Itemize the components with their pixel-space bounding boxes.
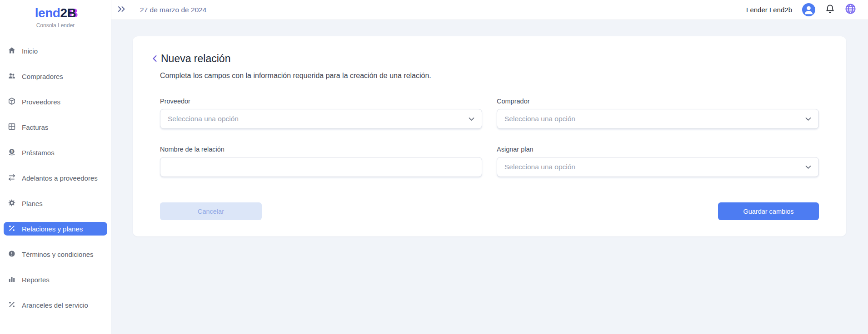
- package-icon: [8, 97, 16, 107]
- sidebar-item-proveedores[interactable]: Proveedores: [4, 95, 107, 108]
- new-relation-card: Nueva relación Completa los campos con l…: [133, 36, 846, 236]
- chevron-left-icon: [152, 54, 157, 64]
- comprador-label: Comprador: [497, 98, 819, 105]
- app-window: lend2B Consola Lender Inicio Compradores: [0, 0, 868, 334]
- current-date: 27 de marzo de 2024: [140, 6, 207, 14]
- sidebar-item-label: Préstamos: [22, 149, 55, 157]
- comprador-select[interactable]: Selecciona una opción: [497, 109, 819, 129]
- sidebar-item-reportes[interactable]: Reportes: [4, 273, 107, 286]
- field-nombre-relacion: Nombre de la relación: [160, 146, 482, 177]
- field-proveedor: Proveedor Selecciona una opción: [160, 98, 482, 129]
- asignar-plan-placeholder: Selecciona una opción: [504, 163, 575, 171]
- proveedor-label: Proveedor: [160, 98, 482, 105]
- comprador-placeholder: Selecciona una opción: [504, 115, 575, 123]
- double-chevron-right-icon: [117, 5, 126, 15]
- sidebar-item-label: Aranceles del servicio: [22, 301, 88, 309]
- save-button[interactable]: Guardar cambios: [718, 202, 819, 220]
- sidebar-item-label: Inicio: [22, 47, 38, 55]
- home-icon: [8, 46, 16, 56]
- page-title: Nueva relación: [161, 53, 230, 65]
- percent-icon: [8, 300, 16, 310]
- nombre-relacion-label: Nombre de la relación: [160, 146, 482, 153]
- asignar-plan-select[interactable]: Selecciona una opción: [497, 157, 819, 177]
- sidebar-item-adelantos[interactable]: Adelantos a proveedores: [4, 171, 107, 185]
- swap-arrows-icon: [8, 173, 16, 183]
- sidebar: lend2B Consola Lender Inicio Compradores: [0, 0, 111, 334]
- back-button[interactable]: [152, 54, 157, 64]
- sidebar-item-relaciones-y-planes[interactable]: Relaciones y planes: [4, 222, 107, 236]
- table-icon: [8, 123, 16, 132]
- sidebar-expand-button[interactable]: [117, 5, 126, 15]
- user-name: Lender Lend2b: [746, 6, 792, 14]
- sidebar-item-inicio[interactable]: Inicio: [4, 44, 107, 58]
- sidebar-item-label: Facturas: [22, 123, 48, 131]
- sidebar-item-facturas[interactable]: Facturas: [4, 120, 107, 134]
- cancel-button[interactable]: Cancelar: [160, 202, 262, 220]
- bell-icon: [825, 4, 835, 16]
- sidebar-item-label: Planes: [22, 200, 43, 207]
- sidebar-item-terminos[interactable]: Términos y condiciones: [4, 247, 107, 261]
- topbar-right-group: Lender Lend2b: [746, 3, 856, 16]
- sidebar-item-compradores[interactable]: Compradores: [4, 69, 107, 83]
- relation-name-input[interactable]: [160, 157, 482, 177]
- sidebar-item-label: Términos y condiciones: [22, 250, 94, 258]
- page-subtitle: Completa los campos con la información r…: [160, 72, 819, 80]
- sidebar-item-aranceles[interactable]: Aranceles del servicio: [4, 298, 107, 312]
- logo-text-b: B: [67, 6, 76, 20]
- chevron-down-icon: [469, 115, 474, 123]
- console-subtitle: Consola Lender: [0, 22, 111, 29]
- logo-text-2: 2: [60, 6, 67, 20]
- people-icon: [8, 72, 16, 81]
- sidebar-item-label: Relaciones y planes: [22, 225, 83, 233]
- main-area: Nueva relación Completa los campos con l…: [111, 20, 868, 334]
- sidebar-item-prestamos[interactable]: $ Préstamos: [4, 146, 107, 159]
- sidebar-item-label: Proveedores: [22, 98, 60, 106]
- chevron-down-icon: [805, 163, 811, 171]
- relation-form: Proveedor Selecciona una opción Comprado…: [160, 98, 819, 177]
- content-column: 27 de marzo de 2024 Lender Lend2b: [111, 0, 868, 334]
- notifications-button[interactable]: [825, 4, 835, 16]
- exclamation-circle-icon: [8, 250, 16, 259]
- chevron-down-icon: [805, 115, 811, 123]
- proveedor-select[interactable]: Selecciona una opción: [160, 109, 482, 129]
- bar-chart-icon: [8, 275, 16, 285]
- globe-icon: [845, 3, 856, 16]
- sidebar-item-label: Adelantos a proveedores: [22, 174, 98, 182]
- avatar[interactable]: [802, 3, 815, 16]
- proveedor-placeholder: Selecciona una opción: [168, 115, 239, 123]
- logo[interactable]: lend2B Consola Lender: [0, 0, 111, 29]
- percent-icon: [8, 224, 16, 234]
- language-button[interactable]: [845, 3, 856, 16]
- gear-icon: [8, 199, 16, 208]
- field-asignar-plan: Asignar plan Selecciona una opción: [497, 146, 819, 177]
- sidebar-nav: Inicio Compradores Proveedores Facturas: [0, 44, 111, 312]
- topbar: 27 de marzo de 2024 Lender Lend2b: [111, 0, 868, 20]
- sidebar-item-label: Reportes: [22, 276, 50, 284]
- asignar-plan-label: Asignar plan: [497, 146, 819, 153]
- sidebar-item-planes[interactable]: Planes: [4, 196, 107, 210]
- field-comprador: Comprador Selecciona una opción: [497, 98, 819, 129]
- logo-text-lend: lend: [35, 6, 60, 20]
- coin-icon: $: [8, 148, 16, 157]
- sidebar-item-label: Compradores: [22, 73, 63, 80]
